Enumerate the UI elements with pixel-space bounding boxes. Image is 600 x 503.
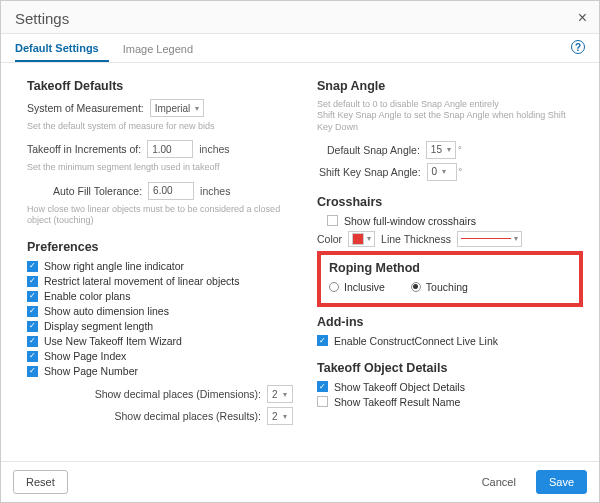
degree-icon: °	[458, 145, 462, 155]
snap-angle-heading: Snap Angle	[317, 79, 583, 93]
tod-heading: Takeoff Object Details	[317, 361, 583, 375]
addins-heading: Add-ins	[317, 315, 583, 329]
decimal-res-select[interactable]: 2	[267, 407, 293, 425]
pref-label-0: Show right angle line indicator	[44, 260, 184, 272]
pref-checkbox-7[interactable]	[27, 366, 38, 377]
addins-cc-label: Enable ConstructConnect Live Link	[334, 335, 498, 347]
autofill-unit: inches	[200, 185, 230, 197]
pref-checkbox-0[interactable]	[27, 261, 38, 272]
tab-default-settings[interactable]: Default Settings	[15, 34, 109, 62]
crosshair-color-select[interactable]	[348, 231, 375, 247]
snap-hint: Set default to 0 to disable Snap Angle e…	[317, 99, 583, 133]
roping-method-highlight: Roping Method Inclusive Touching	[317, 251, 583, 307]
crosshairs-checkbox[interactable]	[327, 215, 338, 226]
tod-resultname-label: Show Takeoff Result Name	[334, 396, 460, 408]
dialog-body: Takeoff Defaults System of Measurement: …	[1, 63, 599, 461]
tab-image-legend[interactable]: Image Legend	[123, 35, 203, 61]
help-icon[interactable]: ?	[571, 40, 585, 54]
increments-hint: Set the minimum segment length used in t…	[27, 162, 293, 173]
pref-label-1: Restrict lateral movement of linear obje…	[44, 275, 240, 287]
shift-snap-label: Shift Key Snap Angle:	[319, 166, 421, 178]
roping-touching-label: Touching	[426, 281, 468, 293]
autofill-hint: How close two linear objects must be to …	[27, 204, 293, 227]
tod-details-label: Show Takeoff Object Details	[334, 381, 465, 393]
right-column: Snap Angle Set default to 0 to disable S…	[311, 73, 583, 461]
pref-checkbox-4[interactable]	[27, 321, 38, 332]
increments-input[interactable]: 1.00	[147, 140, 193, 158]
pref-label-6: Show Page Index	[44, 350, 126, 362]
decimal-res-label: Show decimal places (Results):	[115, 410, 261, 422]
pref-checkbox-6[interactable]	[27, 351, 38, 362]
titlebar: Settings ×	[1, 1, 599, 34]
pref-checkbox-1[interactable]	[27, 276, 38, 287]
pref-label-4: Display segment length	[44, 320, 153, 332]
save-button[interactable]: Save	[536, 470, 587, 494]
roping-inclusive-option[interactable]: Inclusive	[329, 281, 385, 293]
tabs: Default Settings Image Legend ?	[1, 34, 599, 63]
pref-checkbox-5[interactable]	[27, 336, 38, 347]
crosshair-thickness-select[interactable]	[457, 231, 522, 247]
reset-button[interactable]: Reset	[13, 470, 68, 494]
increments-label: Takeoff in Increments of:	[27, 143, 141, 155]
default-snap-select[interactable]: 15	[426, 141, 456, 159]
decimal-dim-label: Show decimal places (Dimensions):	[95, 388, 261, 400]
takeoff-defaults-heading: Takeoff Defaults	[27, 79, 293, 93]
pref-label-7: Show Page Number	[44, 365, 138, 377]
line-swatch-icon	[461, 238, 511, 239]
addins-cc-checkbox[interactable]	[317, 335, 328, 346]
roping-touching-option[interactable]: Touching	[411, 281, 468, 293]
radio-icon	[411, 282, 421, 292]
roping-heading: Roping Method	[329, 261, 571, 275]
increments-unit: inches	[199, 143, 229, 155]
decimal-dim-select[interactable]: 2	[267, 385, 293, 403]
footer: Reset Cancel Save	[1, 461, 599, 502]
autofill-input[interactable]: 6.00	[148, 182, 194, 200]
cancel-button[interactable]: Cancel	[470, 471, 528, 493]
roping-inclusive-label: Inclusive	[344, 281, 385, 293]
close-icon[interactable]: ×	[578, 9, 587, 27]
dialog-title: Settings	[15, 10, 69, 27]
som-hint: Set the default system of measure for ne…	[27, 121, 293, 132]
tod-details-checkbox[interactable]	[317, 381, 328, 392]
tod-resultname-checkbox[interactable]	[317, 396, 328, 407]
settings-dialog: Settings × Default Settings Image Legend…	[0, 0, 600, 503]
som-label: System of Measurement:	[27, 102, 144, 114]
crosshairs-label: Show full-window crosshairs	[344, 215, 476, 227]
pref-checkbox-3[interactable]	[27, 306, 38, 317]
shift-snap-select[interactable]: 0	[427, 163, 457, 181]
som-select[interactable]: Imperial	[150, 99, 205, 117]
pref-label-2: Enable color plans	[44, 290, 130, 302]
color-swatch-icon	[352, 233, 364, 245]
crosshair-color-label: Color	[317, 233, 342, 245]
degree-icon: °	[459, 167, 463, 177]
pref-label-5: Use New Takeoff Item Wizard	[44, 335, 182, 347]
pref-label-3: Show auto dimension lines	[44, 305, 169, 317]
pref-checkbox-2[interactable]	[27, 291, 38, 302]
default-snap-label: Default Snap Angle:	[327, 144, 420, 156]
left-column: Takeoff Defaults System of Measurement: …	[27, 73, 311, 461]
radio-icon	[329, 282, 339, 292]
crosshair-thickness-label: Line Thickness	[381, 233, 451, 245]
preferences-heading: Preferences	[27, 240, 293, 254]
autofill-label: Auto Fill Tolerance:	[53, 185, 142, 197]
crosshairs-heading: Crosshairs	[317, 195, 583, 209]
